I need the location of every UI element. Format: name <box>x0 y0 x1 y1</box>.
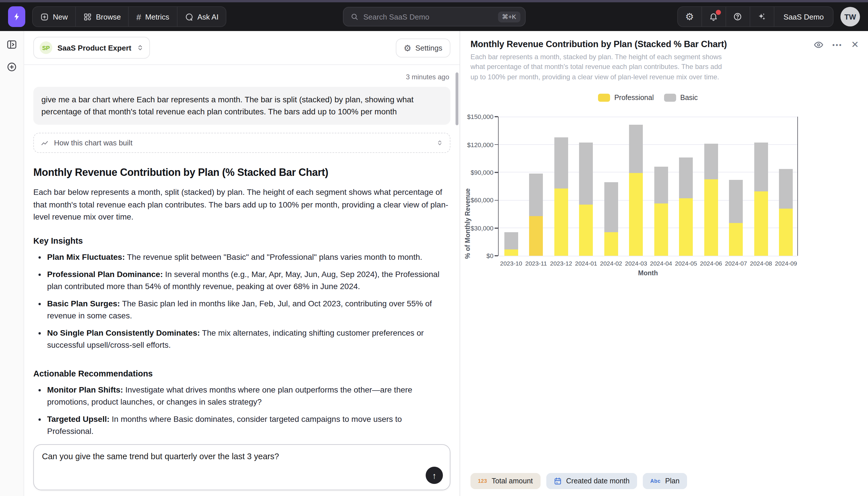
workspace-button[interactable]: SaaS Demo <box>774 7 833 27</box>
composer-input[interactable]: Can you give the same trend but quarterl… <box>34 445 450 490</box>
notifications-button[interactable] <box>702 7 726 27</box>
utility-nav-group: ⚙ <box>677 6 834 27</box>
workspace-label: SaaS Demo <box>784 12 824 21</box>
bar-segment-professional-2024-09[interactable] <box>779 208 793 256</box>
legend-swatch <box>598 94 610 102</box>
bar-segment-professional-2024-07[interactable] <box>729 223 743 256</box>
chevron-updown-icon <box>437 139 443 146</box>
x-tick-label: 2024-09 <box>775 260 797 267</box>
chevron-updown-icon <box>136 44 143 52</box>
text-field-icon: Abc <box>650 478 661 484</box>
accordion-label: How this chart was built <box>54 139 132 147</box>
chip-total-amount[interactable]: 123 Total amount <box>470 473 540 489</box>
bar-segment-professional-2024-08[interactable] <box>754 191 768 256</box>
plus-square-icon <box>40 12 49 21</box>
nav-label-new: New <box>53 12 68 21</box>
collapse-panel-button[interactable] <box>6 39 17 50</box>
tick-mark <box>495 144 498 145</box>
bar-segment-basic-2024-01[interactable] <box>579 142 593 205</box>
chat-scrollbar[interactable] <box>455 73 459 125</box>
chart-build-accordion[interactable]: How this chart was built <box>33 133 450 153</box>
insight-item-lead: Professional Plan Dominance: <box>47 269 163 279</box>
bar <box>729 117 743 256</box>
more-options-button[interactable]: ••• <box>832 41 842 48</box>
legend-item[interactable]: Professional <box>598 94 654 102</box>
plot-area: $0$30,000$60,000$90,000$120,000$150,0002… <box>498 117 798 256</box>
bar-segment-professional-2024-04[interactable] <box>654 203 668 256</box>
send-button[interactable]: ↑ <box>426 467 443 484</box>
nav-button-new[interactable]: New <box>33 7 76 27</box>
bar-segment-basic-2024-05[interactable] <box>679 157 693 198</box>
gridline <box>499 117 797 117</box>
help-button[interactable] <box>726 7 750 27</box>
bar-segment-basic-2024-09[interactable] <box>779 169 793 208</box>
notification-dot <box>716 10 721 15</box>
bar-segment-professional-2023-12[interactable] <box>554 188 568 256</box>
x-tick-label: 2023-12 <box>550 260 572 267</box>
bar-segment-professional-2024-03[interactable] <box>629 173 643 256</box>
settings-button[interactable]: ⚙ Settings <box>396 38 450 57</box>
primary-nav-group: New Browse # Metrics Ask AI <box>32 6 227 27</box>
bar <box>529 117 543 256</box>
insight-item-lead: Plan Mix Fluctuates: <box>47 252 125 262</box>
bar-segment-basic-2023-12[interactable] <box>554 137 568 188</box>
titlebar-strip <box>0 0 868 2</box>
assistant-button[interactable] <box>750 7 774 27</box>
bar-segment-basic-2024-07[interactable] <box>729 180 743 223</box>
bar-segment-professional-2024-05[interactable] <box>679 198 693 256</box>
recommendation-item-lead: Monitor Plan Shifts: <box>47 385 123 394</box>
nav-button-ask-ai[interactable]: Ask AI <box>177 7 226 27</box>
app-logo[interactable] <box>8 6 25 27</box>
help-icon <box>733 12 742 21</box>
global-search[interactable]: Search SaaS Demo ⌘+K <box>343 7 525 27</box>
gridline <box>499 255 797 256</box>
x-tick-label: 2024-03 <box>625 260 647 267</box>
user-avatar[interactable]: TW <box>840 7 860 27</box>
bar-segment-professional-2024-06[interactable] <box>704 179 718 256</box>
bar-segment-professional-2023-10[interactable] <box>504 249 518 256</box>
insight-item-lead: No Single Plan Consistently Dominates: <box>47 328 200 337</box>
eye-icon <box>814 40 824 50</box>
chat-header: SP SaaS Product Expert ⚙ Settings <box>24 31 460 65</box>
bar-segment-basic-2024-08[interactable] <box>754 143 768 191</box>
gear-icon: ⚙ <box>404 43 411 52</box>
bar-segment-basic-2023-10[interactable] <box>504 232 518 249</box>
numeric-field-icon: 123 <box>478 478 487 484</box>
nav-button-metrics[interactable]: # Metrics <box>129 7 177 27</box>
nav-label-browse: Browse <box>96 12 121 21</box>
view-eye-button[interactable] <box>814 40 824 50</box>
close-icon: ✕ <box>851 39 859 50</box>
agent-selector[interactable]: SP SaaS Product Expert <box>33 37 150 59</box>
chart-area: % of Monthly Revenue $0$30,000$60,000$90… <box>460 117 868 289</box>
bar <box>679 117 693 256</box>
bar <box>754 117 768 256</box>
bar-segment-basic-2024-04[interactable] <box>654 166 668 203</box>
legend-item[interactable]: Basic <box>664 94 698 102</box>
bar-segment-professional-2024-02[interactable] <box>604 232 618 256</box>
gear-icon: ⚙ <box>685 12 694 21</box>
nav-button-browse[interactable]: Browse <box>76 7 129 27</box>
chip-plan[interactable]: Abc Plan <box>643 473 687 489</box>
tick-mark <box>495 172 498 173</box>
legend-label: Professional <box>614 94 654 102</box>
chip-created-date-month[interactable]: Created date month <box>546 473 637 489</box>
recommendation-item: Targeted Upsell: In months where Basic d… <box>47 413 450 436</box>
insights-heading: Key Insights <box>33 236 450 245</box>
settings-gear-button[interactable]: ⚙ <box>678 7 702 27</box>
nav-label-ask-ai: Ask AI <box>197 12 219 21</box>
x-tick-label: 2024-04 <box>650 260 672 267</box>
bar-segment-professional-2023-11[interactable] <box>529 216 543 256</box>
bar-segment-professional-2024-01[interactable] <box>579 205 593 256</box>
bar-segment-basic-2023-11[interactable] <box>529 174 543 216</box>
insight-item: Basic Plan Surges: The Basic plan led in… <box>47 298 450 322</box>
recommendation-item: Monitor Plan Shifts: Investigate what dr… <box>47 384 450 408</box>
bar-segment-basic-2024-02[interactable] <box>604 182 618 232</box>
new-chat-button[interactable] <box>6 62 17 73</box>
legend-swatch <box>664 94 676 102</box>
bar-segment-basic-2024-03[interactable] <box>629 125 643 173</box>
settings-label: Settings <box>415 43 442 52</box>
response-intro: Each bar below represents a month, split… <box>33 186 450 223</box>
close-button[interactable]: ✕ <box>851 39 859 50</box>
bar-segment-basic-2024-06[interactable] <box>704 144 718 179</box>
nav-label-metrics: Metrics <box>145 12 169 21</box>
